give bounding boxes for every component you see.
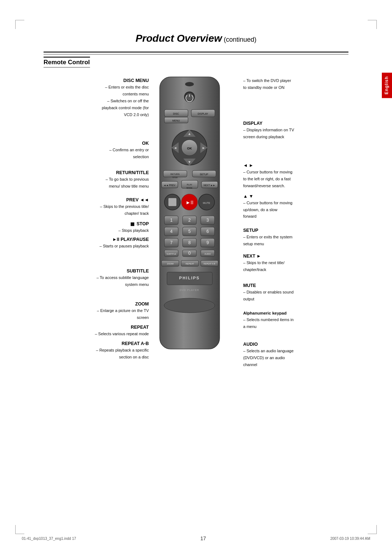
svg-text:8: 8 [188,240,191,245]
ann-title-next: NEXT ► [243,254,261,259]
annotation-disc-menu: DISC MENU – Enters or exits the disccont… [44,77,149,118]
svg-text:REPEAT: REPEAT [185,263,194,265]
annotation-return-title: RETURN/TITLE – To go back to previousmen… [44,169,149,189]
ann-title-display: DISPLAY [243,121,262,126]
svg-text:NEXT ►►: NEXT ►► [204,184,215,186]
svg-rect-30 [168,198,176,206]
remote-control-image: DISC MENU DISPLAY OK [151,73,229,358]
english-tab: English [382,73,392,98]
svg-point-68 [164,298,215,313]
annotation-power: – To switch the DVD playerto standby mod… [243,77,348,91]
corner-mark-br-h [368,534,377,534]
annotation-stop: STOP – Stops playback [44,220,149,234]
annotation-subtitle: SUBTITLE – To access subtitle languagesy… [44,267,149,288]
title-continued: (continued) [222,36,257,43]
annotation-alphanumeric: Alphanumeric keypad – Selects numbered i… [243,309,348,330]
section-title: Remote Control [44,59,90,66]
corner-mark-bl-h [15,534,24,534]
ann-text-audio: – Selects an audio language(DVD/VCD) or … [243,349,294,367]
main-content: DISC MENU – Enters or exits the disccont… [44,73,348,356]
ann-text-ok: – Confirms an entry orselection [109,148,149,159]
svg-text:3: 3 [207,218,209,223]
left-annotations: DISC MENU – Enters or exits the disccont… [44,73,149,363]
ann-text-repeat: – Selects various repeat mode [95,332,149,336]
ann-title-repeat: REPEAT [131,325,149,330]
page-title: Product Overview (continued) [22,33,370,44]
svg-text:◄: ◄ [173,146,177,150]
footer-right-text: 2007-03-19 10:39:44 AM [330,537,370,541]
svg-text:7: 7 [170,240,173,245]
annotation-repeat-ab: REPEAT A-B – Repeats playback a specific… [44,340,149,360]
annotation-play-pause: ►II PLAY/PAUSE – Starts or pauses playba… [44,236,149,249]
ann-text-repeat-ab: – Repeats playback a specificsection on … [96,348,149,359]
annotation-setup: SETUP – Enters or exits the systemsetup … [243,227,348,247]
ann-title-subtitle: SUBTITLE [127,268,149,274]
ann-title-audio: AUDIO [243,342,258,347]
ann-title-disc-menu: DISC MENU [123,78,149,83]
ann-title-return: RETURN/TITLE [116,170,149,175]
footer-left-text: 01-41_dvp1013_37_eng1.indd 17 [22,537,76,541]
ann-text-lr: – Cursor buttons for movingto the left o… [243,170,293,188]
svg-text:▼: ▼ [188,160,191,164]
svg-text:2: 2 [188,218,191,223]
svg-text:4: 4 [170,229,173,234]
ann-title-ok: OK [142,141,149,146]
svg-text:REPEAT A-B: REPEAT A-B [204,263,215,265]
title-underline [44,52,348,54]
svg-text:SUBTITLE: SUBTITLE [167,253,176,255]
page-footer: 01-41_dvp1013_37_eng1.indd 17 17 2007-03… [22,535,370,541]
ann-title-lr: ◄ ► [243,163,253,168]
title-main: Product Overview [135,33,222,44]
ann-text-zoom: – Enlarge a picture on the TVscreen [97,308,149,320]
svg-text:1: 1 [170,218,173,223]
ann-text-alphanumeric: – Selects numbered items ina menu [243,317,294,329]
svg-text:DVD PLAYER: DVD PLAYER [180,289,199,291]
ann-text-return: – To go back to previousmenu/ show title… [106,177,149,188]
ann-title-zoom: ZOOM [135,301,149,307]
ann-text-prev: – Skips to the previous title/chapter/ t… [100,204,149,216]
ann-text-ud: – Cursor buttons for movingup/down, do a… [243,201,293,219]
annotation-next: NEXT ► – Skips to the next title/chapter… [243,253,348,273]
svg-text:DISC: DISC [173,112,179,115]
remote-svg: DISC MENU DISPLAY OK [151,73,229,356]
stop-square-icon [131,222,134,226]
annotation-ud-arrows: ▲ ▼ – Cursor buttons for movingup/down, … [243,193,348,220]
ann-title-ud: ▲ ▼ [243,194,253,199]
ann-title-setup: SETUP [243,228,258,233]
svg-text:SETUP: SETUP [200,173,208,176]
svg-text:5: 5 [188,229,191,234]
svg-text:MUTE: MUTE [203,202,210,204]
corner-mark-bl-v [15,525,16,534]
ann-title-alphanumeric: Alphanumeric keypad [243,311,287,315]
svg-text:ZOOM: ZOOM [167,263,173,265]
svg-text:AUDIO: AUDIO [204,253,211,255]
ann-text-display: – Displays information on TVscreen durin… [243,128,294,139]
corner-mark-tl-h [15,20,24,20]
svg-text:►II: ►II [185,200,193,205]
svg-text:0: 0 [188,251,191,256]
corner-mark-br-v [376,525,377,534]
ann-title-mute: MUTE [243,283,256,288]
annotation-zoom: ZOOM – Enlarge a picture on the TVscreen [44,300,149,321]
annotation-audio: AUDIO – Selects an audio language(DVD/VC… [243,341,348,368]
ann-text-play-pause: – Starts or pauses playback [99,244,149,248]
svg-text:6: 6 [207,229,209,234]
svg-text:TITLE: TITLE [172,176,178,178]
svg-text:RETURN: RETURN [171,173,180,175]
section-header: Remote Control [44,57,370,67]
ann-title-play-pause: ►II PLAY/PAUSE [112,237,149,242]
svg-text:◄◄ PREV: ◄◄ PREV [164,184,176,186]
corner-mark-tr-v [376,20,377,29]
right-annotations: – To switch the DVD playerto standby mod… [243,73,348,372]
annotation-lr-arrows: ◄ ► – Cursor buttons for movingto the le… [243,162,348,189]
annotation-display: DISPLAY – Displays information on TVscre… [243,120,348,140]
ann-text-subtitle: – To access subtitle languagesystem menu [97,275,149,287]
ann-text-next: – Skips to the next title/chapter/track [243,260,285,272]
ann-text-mute: – Disables or enables soundoutput [243,290,294,301]
svg-text:MODE: MODE [187,187,193,189]
annotation-ok: OK – Confirms an entry orselection [44,140,149,160]
svg-text:OK: OK [187,147,192,150]
svg-text:▲: ▲ [188,132,191,136]
annotation-mute: MUTE – Disables or enables soundoutput [243,282,348,302]
svg-point-1 [185,82,194,86]
